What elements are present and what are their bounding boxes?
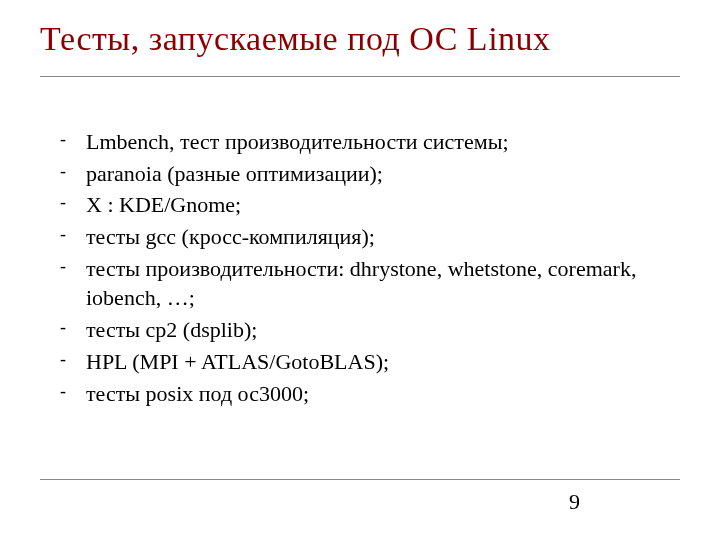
slide: Тесты, запускаемые под ОС Linux Lmbench,… [0,0,720,540]
list-item: тесты ср2 (dsplib); [50,315,680,345]
content-area: Lmbench, тест производительности системы… [40,127,680,408]
list-item: тесты posix под ос3000; [50,379,680,409]
divider [40,479,680,480]
list-item: тесты gcc (кросс-компиляция); [50,222,680,252]
list-item: тесты производительности: dhrystone, whe… [50,254,680,313]
bullet-list: Lmbench, тест производительности системы… [50,127,680,408]
list-item: paranoia (разные оптимизации); [50,159,680,189]
page-title: Тесты, запускаемые под ОС Linux [40,20,680,77]
page-number: 9 [569,489,580,515]
list-item: HPL (MPI + ATLAS/GotoBLAS); [50,347,680,377]
list-item: X : KDE/Gnome; [50,190,680,220]
list-item: Lmbench, тест производительности системы… [50,127,680,157]
